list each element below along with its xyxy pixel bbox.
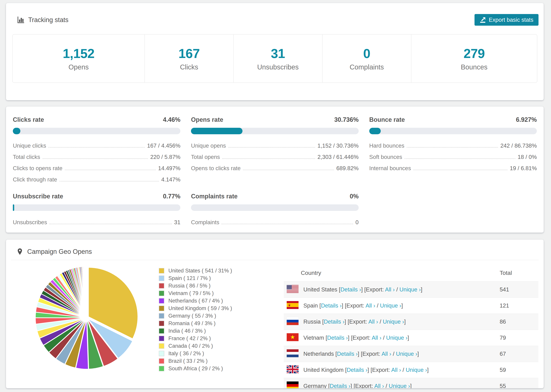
dotted-leader	[413, 170, 508, 170]
legend-label: Germany ( 55 / 3% )	[168, 313, 216, 319]
export-unique-link[interactable]: Unique ›	[380, 302, 402, 309]
geo-country-name: Vietnam	[304, 335, 324, 341]
bracket-text: ]	[401, 302, 403, 309]
export-unique-link[interactable]: Unique ›	[386, 335, 408, 341]
legend-swatch	[159, 366, 164, 371]
legend-label: Brazil ( 33 / 2% )	[168, 358, 208, 364]
legend-item[interactable]: Germany ( 55 / 3% )	[159, 312, 232, 320]
export-all-link[interactable]: All ›	[391, 367, 401, 373]
details-link[interactable]: Details ›	[327, 335, 348, 341]
legend-item[interactable]: India ( 46 / 3% )	[159, 327, 232, 335]
slash-text: /	[395, 286, 400, 293]
export-unique-link[interactable]: Unique ›	[383, 318, 404, 325]
rates-card: Clicks rate4.46%Unique clicks167 / 4.456…	[6, 106, 544, 233]
rate-value: 6.927%	[516, 116, 537, 123]
legend-item[interactable]: Canada ( 40 / 2% )	[159, 342, 232, 350]
legend-item[interactable]: Brazil ( 33 / 2% )	[159, 357, 232, 365]
rate-value: 0.77%	[163, 193, 180, 200]
details-link[interactable]: Details ›	[324, 318, 345, 325]
export-prefix-text: Export:	[355, 383, 374, 388]
rate-row: Unique opens1,152 / 30.736%	[191, 140, 359, 151]
geo-table-header-row: CountryTotal	[284, 264, 538, 282]
slash-text: /	[378, 318, 383, 325]
rate-value: 0%	[350, 193, 359, 200]
rate-row-label: Hard bounces	[369, 142, 404, 149]
bracket-text: ] [	[342, 302, 346, 309]
rate-row-label: Unique opens	[191, 142, 226, 149]
export-all-link[interactable]: All ›	[381, 351, 391, 357]
legend-item[interactable]: France ( 42 / 2% )	[159, 335, 232, 342]
bracket-text: ] [	[367, 367, 372, 373]
dotted-leader	[60, 181, 159, 182]
legend-label: Romania ( 49 / 3% )	[168, 320, 216, 327]
details-link[interactable]: Details ›	[340, 286, 361, 293]
rate-row: Soft bounces18 / 0%	[369, 151, 537, 163]
summary-stat-cell: 1,152Opens	[13, 35, 144, 83]
export-unique-link[interactable]: Unique ›	[406, 367, 427, 373]
geo-row-text: United Kingdom [Details ›] [Export: All …	[304, 367, 429, 373]
rate-block: Bounce rate6.927%Hard bounces242 / 86.73…	[369, 116, 537, 185]
details-link[interactable]: Details ›	[347, 367, 367, 373]
legend-item[interactable]: United States ( 541 / 31% )	[159, 267, 232, 274]
legend-item[interactable]: Romania ( 49 / 3% )	[159, 320, 232, 327]
dotted-leader	[49, 147, 145, 147]
legend-item[interactable]: Italy ( 36 / 2% )	[159, 350, 232, 357]
rate-row: Clicks to opens rate14.497%	[13, 163, 180, 174]
rate-row-value: 4.147%	[161, 176, 180, 183]
rate-row-value: 167 / 4.456%	[147, 142, 181, 149]
rate-heading: Unsubscribe rate0.77%	[13, 193, 180, 200]
export-all-link[interactable]: All ›	[372, 335, 381, 341]
legend-label: Spain ( 121 / 7% )	[168, 275, 211, 281]
rate-value: 30.736%	[334, 116, 359, 123]
slash-text: /	[401, 367, 406, 373]
legend-label: India ( 46 / 3% )	[168, 328, 206, 334]
geo-row-total: 59	[500, 367, 506, 373]
legend-label: Vietnam ( 79 / 5% )	[168, 290, 214, 296]
legend-swatch	[159, 358, 164, 364]
geo-country-name: Netherlands	[304, 351, 334, 357]
export-prefix-text: Export:	[353, 335, 372, 341]
rate-progress-track	[191, 128, 359, 134]
legend-item[interactable]: South Africa ( 29 / 2% )	[159, 365, 232, 372]
bracket-text: ] [	[350, 383, 355, 388]
rate-progress-fill	[13, 128, 20, 134]
rate-row: Unsubscribes31	[13, 217, 180, 228]
legend-swatch	[159, 298, 164, 304]
details-link[interactable]: Details ›	[321, 302, 342, 309]
legend-item[interactable]: Netherlands ( 67 / 4% )	[159, 297, 232, 305]
rate-title: Complaints rate	[191, 193, 238, 200]
rate-block: Unsubscribe rate0.77%Unsubscribes31	[13, 193, 180, 228]
geo-row-text: Spain [Details ›] [Export: All › / Uniqu…	[304, 302, 403, 309]
geo-country-name: Spain	[304, 302, 318, 309]
export-all-link[interactable]: All ›	[385, 286, 395, 293]
legend-label: United Kingdom ( 59 / 3% )	[168, 305, 232, 311]
export-unique-link[interactable]: Unique ›	[389, 383, 410, 388]
legend-item[interactable]: Russia ( 86 / 5% )	[159, 282, 232, 290]
rate-row-label: Total clicks	[13, 154, 40, 160]
gb-flag-icon	[287, 365, 304, 375]
rate-row-label: Total opens	[191, 154, 220, 160]
export-all-link[interactable]: All ›	[366, 302, 375, 309]
legend-label: France ( 42 / 2% )	[168, 335, 211, 342]
geo-row-total: 67	[500, 351, 506, 357]
rate-title: Clicks rate	[13, 116, 44, 123]
legend-item[interactable]: Vietnam ( 79 / 5% )	[159, 290, 232, 297]
export-all-link[interactable]: All ›	[368, 318, 378, 325]
rate-value: 4.46%	[163, 116, 180, 123]
rate-row-value: 19 / 6.81%	[510, 165, 537, 172]
geo-table-col-country: Country	[284, 270, 321, 276]
details-link[interactable]: Details ›	[330, 383, 350, 388]
rate-rows: Complaints0	[191, 217, 359, 228]
legend-label: Netherlands ( 67 / 4% )	[168, 298, 223, 304]
export-all-link[interactable]: All ›	[374, 383, 384, 388]
export-unique-link[interactable]: Unique ›	[396, 351, 417, 357]
rate-title: Bounce rate	[369, 116, 405, 123]
export-unique-link[interactable]: Unique ›	[399, 286, 421, 293]
es-flag-icon	[287, 301, 304, 310]
details-link[interactable]: Details ›	[337, 351, 358, 357]
rate-progress-track	[13, 128, 180, 134]
bracket-text: [	[334, 351, 337, 357]
legend-item[interactable]: Spain ( 121 / 7% )	[159, 274, 232, 282]
export-basic-stats-button[interactable]: Export basic stats	[474, 14, 538, 26]
legend-item[interactable]: United Kingdom ( 59 / 3% )	[159, 305, 232, 312]
